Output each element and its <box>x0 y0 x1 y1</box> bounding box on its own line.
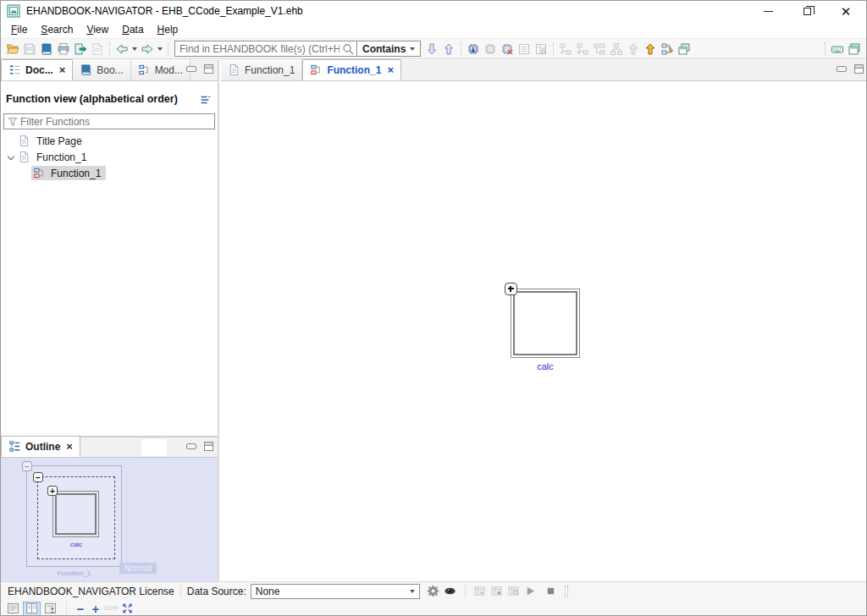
tab-outline[interactable]: Outline × <box>1 436 80 457</box>
outline-tab-row: Outline × <box>1 437 218 458</box>
refresh-model-button[interactable] <box>659 41 676 58</box>
outline-function-container[interactable]: − − + calc <box>26 465 122 567</box>
visibility-button[interactable] <box>442 584 459 599</box>
restore-button[interactable] <box>788 1 826 22</box>
search-down-button[interactable] <box>423 41 440 58</box>
diagram-overview-button[interactable] <box>591 41 608 58</box>
tree-item-function-1[interactable]: Function_1 <box>1 149 218 165</box>
book-view-button[interactable] <box>23 602 41 616</box>
outline-calc-block[interactable]: + <box>52 491 99 537</box>
selected-tree-item[interactable]: Function_1 <box>31 166 106 180</box>
cascade-windows-button[interactable] <box>676 41 693 58</box>
import-data-disabled-button[interactable] <box>482 41 499 58</box>
minimize-panel-icon[interactable] <box>186 66 196 72</box>
collapse-icon[interactable]: − <box>33 472 43 482</box>
title-bar: EHANDBOOK-NAVIGATOR - EHB_CCode_Example_… <box>1 1 866 21</box>
open-ehandbook-button[interactable] <box>38 41 55 58</box>
collapse-up-button[interactable] <box>625 41 642 58</box>
find-input-box[interactable] <box>174 41 357 57</box>
minimize-panel-icon[interactable] <box>186 443 196 449</box>
open-file-button[interactable] <box>4 41 21 58</box>
maximize-panel-icon[interactable] <box>204 64 213 74</box>
hierarchy-button[interactable] <box>608 41 625 58</box>
fit-to-screen-button[interactable] <box>119 602 136 616</box>
go-up-button[interactable] <box>642 41 659 58</box>
tab-label: Function_1 <box>327 64 381 76</box>
table-view-button[interactable] <box>533 41 549 58</box>
data-source-select[interactable]: None <box>251 584 420 599</box>
menu-search[interactable]: Search <box>34 22 80 37</box>
close-icon[interactable]: × <box>387 66 394 74</box>
maximize-panel-icon[interactable] <box>854 64 864 74</box>
close-icon[interactable]: × <box>59 66 66 74</box>
tree-item-function-1-diagram[interactable]: Function_1 <box>1 165 218 181</box>
minimize-button[interactable] <box>749 1 787 22</box>
tab-function-1-document[interactable]: Function_1 <box>221 59 302 80</box>
toolbar-grip[interactable] <box>565 586 568 597</box>
outline-process-frame[interactable]: − + calc <box>37 476 115 559</box>
save-button[interactable] <box>21 41 38 58</box>
tab-bookmarks-view[interactable]: Boo... <box>73 59 130 80</box>
page-icon <box>228 63 240 76</box>
settings-button[interactable] <box>425 584 442 599</box>
switch-window-button[interactable] <box>846 41 863 58</box>
single-page-view-button[interactable] <box>4 602 22 616</box>
tab-function-1-diagram[interactable]: Function_1 × <box>302 59 401 80</box>
expand-block-button[interactable] <box>505 283 517 295</box>
menu-help[interactable]: Help <box>151 22 185 37</box>
search-icon <box>341 42 355 56</box>
navigate-forward-button[interactable] <box>139 41 156 58</box>
navigate-back-menu-caret[interactable] <box>130 41 139 58</box>
zoom-in-button[interactable]: + <box>88 602 103 616</box>
export-button[interactable] <box>72 41 89 58</box>
zoom-out-button[interactable]: − <box>73 602 88 616</box>
measure-window-button[interactable] <box>505 584 522 599</box>
search-up-button[interactable] <box>440 41 457 58</box>
expand-icon[interactable]: + <box>47 486 58 496</box>
outline-canvas[interactable]: − − + calc Function_1 Normal <box>1 458 218 581</box>
menu-file[interactable]: File <box>4 22 34 37</box>
export-pdf-button[interactable] <box>89 41 106 58</box>
play-button[interactable] <box>522 584 539 599</box>
minimize-panel-icon[interactable] <box>837 66 847 72</box>
zoom-100-button[interactable]: 100% <box>103 606 119 611</box>
import-data-button[interactable] <box>465 41 482 58</box>
tab-document-view[interactable]: Doc... × <box>1 59 73 80</box>
navigate-back-button[interactable] <box>113 41 130 58</box>
maximize-panel-icon[interactable] <box>204 442 213 451</box>
measure-view-button[interactable] <box>472 584 489 599</box>
diagram-back-button[interactable] <box>557 41 574 58</box>
toolbar-separator <box>109 42 110 56</box>
remove-data-button[interactable] <box>499 41 516 58</box>
tree-item-label: Title Page <box>34 135 85 148</box>
contains-dropdown[interactable]: Contains <box>357 41 421 57</box>
menu-data[interactable]: Data <box>115 22 150 37</box>
tree-item-title-page[interactable]: Title Page <box>1 133 218 149</box>
close-icon[interactable]: × <box>66 443 73 451</box>
diagram-forward-button[interactable] <box>574 41 591 58</box>
tab-model-view[interactable]: Mod... <box>131 59 191 80</box>
collapse-icon[interactable]: − <box>22 461 32 471</box>
chevron-expanded-icon[interactable] <box>8 154 14 161</box>
presentation-view-button[interactable] <box>41 602 59 616</box>
find-input[interactable] <box>175 43 341 55</box>
print-button[interactable] <box>55 41 72 58</box>
close-button[interactable]: ✕ <box>827 1 864 22</box>
chevron-down-icon <box>410 590 415 593</box>
stop-button[interactable] <box>543 584 560 599</box>
view-menu-icon[interactable] <box>199 94 211 106</box>
keyboard-shortcuts-button[interactable] <box>829 41 846 58</box>
filter-functions-input[interactable] <box>20 116 214 128</box>
document-tree-icon <box>8 63 21 76</box>
navigate-forward-menu-caret[interactable] <box>156 41 164 58</box>
bottom-toolbar: − + 100% <box>1 600 866 616</box>
calc-block[interactable] <box>511 289 580 358</box>
filter-functions-box[interactable] <box>3 113 215 129</box>
left-panel: Doc... × Boo... Mod... Function view (al <box>1 60 219 581</box>
diagram-canvas[interactable]: calc <box>221 81 867 580</box>
menu-view[interactable]: View <box>80 22 115 37</box>
measure-config-button[interactable] <box>489 584 505 599</box>
page-icon <box>18 151 30 163</box>
list-view-button[interactable] <box>516 41 533 58</box>
editor-area: Function_1 Function_1 × calc <box>221 60 867 581</box>
